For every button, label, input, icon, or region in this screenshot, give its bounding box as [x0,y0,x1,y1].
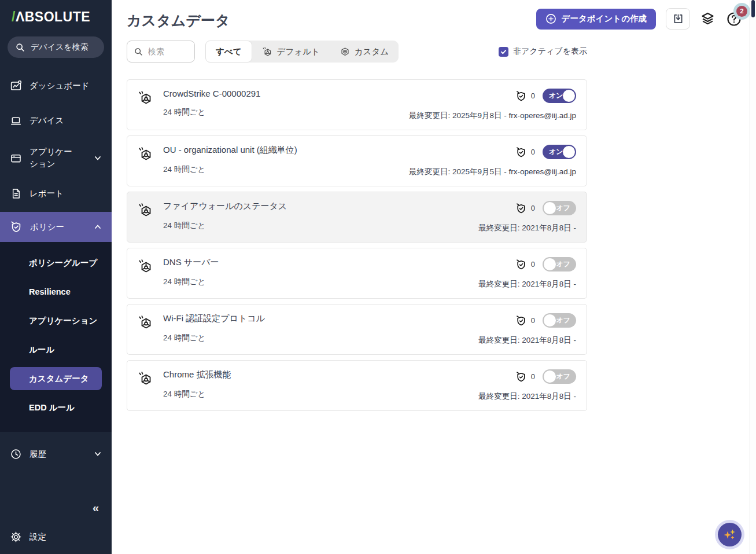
last-modified: 最終変更日: 2025年9月5日 - frx-operes@iij.ad.jp [409,167,576,177]
header-actions: データポイントの作成 2 [536,8,743,30]
sidebar-item-label: ダッシュボード [29,80,90,91]
sidebar-item-settings[interactable]: 設定 [0,529,112,554]
custom-datapoint-icon [340,46,351,57]
toggle-knob [544,202,556,214]
create-datapoint-button[interactable]: データポイントの作成 [536,9,656,30]
sidebar-subitem-resilience[interactable]: Resilience [10,280,102,303]
page-scrollbar[interactable] [750,0,756,554]
toggle-label: オフ [556,259,570,269]
subitem-label: カスタムデータ [29,373,89,384]
toolbar: すべて デフォルト カスタム [127,41,587,63]
sidebar-item-label: 履歴 [29,449,46,460]
sidebar-subitem-custom-data[interactable]: カスタムデータ [10,367,102,390]
datapoint-card[interactable]: CrowdStrike C-00000291 24 時間ごと 0 オン [127,79,587,130]
datapoint-schedule: 24 時間ごと [163,164,297,175]
active-toggle[interactable]: オフ [543,257,576,272]
active-toggle[interactable]: オフ [543,369,576,384]
list-search-input[interactable] [148,47,185,56]
active-toggle[interactable]: オフ [543,313,576,328]
policy-shield-icon [515,203,527,214]
help-button[interactable]: 2 [725,10,743,28]
datapoint-card[interactable]: OU - organizational unit (組織単位) 24 時間ごと … [127,135,587,186]
datapoint-name: DNS サーバー [163,257,219,268]
ai-assistant-button[interactable] [718,523,742,546]
last-modified: 最終変更日: 2025年9月8日 - frx-operes@iij.ad.jp [409,111,576,121]
active-toggle[interactable]: オン [543,89,576,103]
sidebar-item-policies[interactable]: ポリシー [0,212,112,242]
toggle-knob [563,90,575,102]
tab-custom[interactable]: カスタム [330,41,399,63]
policy-submenu: ポリシーグループ Resilience アプリケーション ルール カスタムデータ… [0,242,112,432]
datapoint-card[interactable]: Wi-Fi 認証設定プロトコル 24 時間ごと 0 オフ [127,304,587,355]
datapoint-card[interactable]: DNS サーバー 24 時間ごと 0 オフ [127,248,587,299]
sidebar-item-label: レポート [29,188,64,199]
tab-default[interactable]: デフォルト [252,41,330,63]
toggle-knob [544,370,556,383]
sidebar-item-label: デバイス [29,115,64,126]
subitem-label: EDD ルール [29,402,75,413]
tab-label: デフォルト [277,46,320,57]
scrollbar-thumb[interactable] [751,0,755,17]
sidebar-subitem-edd-rules[interactable]: EDD ルール [10,396,102,419]
policy-shield-icon [515,90,527,102]
datapoint-name: CrowdStrike C-00000291 [163,89,260,98]
last-modified: 最終変更日: 2021年8月8日 - [478,335,576,346]
plus-circle-icon [545,13,556,24]
datapoint-list: CrowdStrike C-00000291 24 時間ごと 0 オン [127,79,587,411]
datapoint-icon [138,202,154,234]
policy-shield-icon [515,315,527,326]
policy-shield-icon [10,221,23,233]
datapoint-name: Wi-Fi 認証設定プロトコル [163,313,265,324]
sidebar-item-history[interactable]: 履歴 [0,441,112,467]
policy-count: 0 [531,148,535,156]
toggle-knob [544,258,556,270]
dashboard-icon [10,80,22,92]
checkbox-checked-icon [499,47,508,57]
sidebar-item-dashboard[interactable]: ダッシュボード [0,73,112,98]
tab-all[interactable]: すべて [205,41,252,63]
absolute-logo: /ΛBSOLUTE [0,0,112,25]
sidebar-subitem-applications[interactable]: アプリケーション [10,309,102,332]
sidebar-subitem-policy-groups[interactable]: ポリシーグループ [10,251,102,274]
sidebar-subitem-rules[interactable]: ルール [10,338,102,361]
sidebar-nav: ダッシュボード デバイス アプリケーション [0,73,112,467]
sidebar-item-reports[interactable]: レポート [0,181,112,206]
policy-count: 0 [531,316,535,325]
sidebar-item-devices[interactable]: デバイス [0,108,112,133]
datapoint-schedule: 24 時間ごと [163,221,287,231]
datapoint-card[interactable]: ファイアウォールのステータス 24 時間ごと 0 オフ [127,192,587,243]
datapoint-icon [138,370,154,403]
active-toggle[interactable]: オン [543,145,576,159]
tab-label: すべて [216,46,242,57]
policy-count: 0 [531,260,535,269]
toggle-knob [563,146,575,158]
chevron-up-icon [94,223,102,231]
logo-slash: / [12,9,16,24]
default-datapoint-icon [262,46,273,57]
sidebar-item-applications[interactable]: アプリケーション [0,141,112,175]
policy-shield-icon [515,371,527,383]
gear-icon [10,531,22,543]
show-inactive-checkbox[interactable]: 非アクティブを表示 [499,46,587,57]
report-icon [10,188,22,200]
notification-badge: 2 [736,6,747,17]
last-modified: 最終変更日: 2021年8月8日 - [478,223,576,233]
layers-button[interactable] [700,11,716,27]
toggle-knob [544,314,556,326]
tab-label: カスタム [355,46,389,57]
device-search-input[interactable]: デバイスを検索 [8,36,104,58]
export-button[interactable] [666,8,690,30]
toggle-label: オフ [556,372,570,381]
toggle-label: オン [549,147,563,157]
datapoint-card[interactable]: Chrome 拡張機能 24 時間ごと 0 オフ [127,360,587,411]
active-toggle[interactable]: オフ [543,201,576,215]
list-search-box[interactable] [127,41,195,63]
app-window: /ΛBSOLUTE デバイスを検索 ダッシュボード デバイス [0,0,756,554]
datapoint-schedule: 24 時間ごと [163,389,231,399]
datapoint-icon [138,146,154,178]
chevron-down-icon [94,154,102,162]
last-modified: 最終変更日: 2021年8月8日 - [478,391,576,402]
sidebar-collapse-button[interactable]: « [93,502,99,513]
search-icon [15,42,25,53]
applications-icon [10,152,22,164]
